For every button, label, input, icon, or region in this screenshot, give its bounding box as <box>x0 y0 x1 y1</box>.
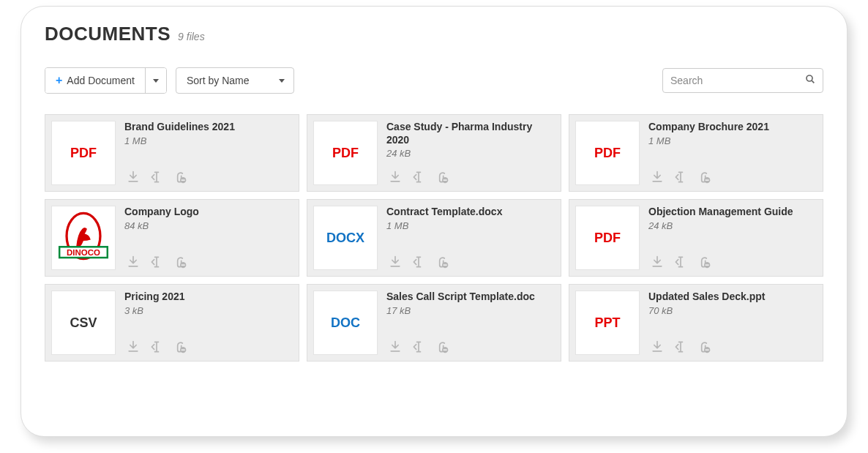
rename-icon <box>149 255 164 269</box>
download-button[interactable] <box>124 169 142 185</box>
document-title: Objection Management Guide <box>648 206 817 219</box>
document-actions <box>648 334 817 355</box>
document-title: Case Study - Pharma Industry 2020 <box>386 121 555 146</box>
svg-point-0 <box>807 75 812 81</box>
document-card[interactable]: DOCXContract Template.docx1 MB <box>307 199 561 277</box>
document-card[interactable]: Company Logo84 kB <box>45 199 299 277</box>
unattach-button[interactable] <box>171 169 189 185</box>
unattach-button[interactable] <box>171 254 189 270</box>
rename-icon <box>411 340 426 354</box>
document-card[interactable]: PDFCase Study - Pharma Industry 202024 k… <box>307 114 561 192</box>
add-document-label: Add Document <box>67 75 135 86</box>
document-card-body: Objection Management Guide24 kB <box>648 206 817 270</box>
document-title: Company Logo <box>124 206 293 219</box>
unattach-button[interactable] <box>695 169 713 185</box>
document-card[interactable]: DOCSales Call Script Template.doc17 kB <box>307 284 561 362</box>
filetype-badge: PDF <box>332 146 359 161</box>
rename-icon <box>149 170 164 184</box>
unattach-icon <box>173 255 187 269</box>
search-icon[interactable] <box>804 73 816 88</box>
unattach-icon <box>173 340 187 354</box>
unattach-button[interactable] <box>433 169 451 185</box>
document-size: 17 kB <box>386 305 555 316</box>
filetype-badge: PPT <box>594 315 620 331</box>
download-button[interactable] <box>648 169 666 185</box>
download-icon <box>650 170 665 184</box>
rename-button[interactable] <box>672 254 689 270</box>
document-card[interactable]: PDFBrand Guidelines 20211 MB <box>45 114 299 192</box>
document-actions <box>124 165 293 185</box>
download-button[interactable] <box>386 339 404 355</box>
document-title: Brand Guidelines 2021 <box>124 121 293 134</box>
rename-button[interactable] <box>672 339 689 355</box>
download-icon <box>388 255 403 269</box>
download-icon <box>126 340 141 354</box>
document-card[interactable]: PDFObjection Management Guide24 kB <box>569 199 823 277</box>
rename-button[interactable] <box>148 339 165 355</box>
add-document-button[interactable]: + Add Document <box>45 68 145 93</box>
rename-button[interactable] <box>148 254 165 270</box>
document-actions <box>648 165 817 185</box>
rename-icon <box>149 340 164 354</box>
unattach-button[interactable] <box>171 339 189 355</box>
download-button[interactable] <box>386 254 404 270</box>
document-card-body: Case Study - Pharma Industry 202024 kB <box>386 121 555 185</box>
add-document-dropdown-button[interactable] <box>145 68 166 93</box>
download-button[interactable] <box>386 169 404 185</box>
rename-button[interactable] <box>672 169 689 185</box>
document-size: 24 kB <box>648 220 817 231</box>
rename-button[interactable] <box>410 254 427 270</box>
document-size: 1 MB <box>648 135 817 146</box>
document-actions <box>386 334 555 355</box>
panel-header: DOCUMENTS 9 files <box>45 23 823 45</box>
sort-dropdown[interactable]: Sort by Name <box>176 67 294 94</box>
document-card-body: Company Brochure 20211 MB <box>648 121 817 185</box>
unattach-icon <box>697 170 711 184</box>
document-actions <box>386 250 555 270</box>
document-title: Pricing 2021 <box>124 291 293 304</box>
document-title: Contract Template.docx <box>386 206 555 219</box>
download-button[interactable] <box>124 254 142 270</box>
filetype-badge: DOC <box>331 315 360 331</box>
search-input[interactable] <box>670 75 798 86</box>
rename-icon <box>411 255 426 269</box>
unattach-button[interactable] <box>433 254 451 270</box>
document-card-body: Pricing 20213 kB <box>124 291 293 355</box>
download-icon <box>126 170 141 184</box>
svg-line-1 <box>812 81 814 83</box>
download-button[interactable] <box>124 339 142 355</box>
document-card-body: Sales Call Script Template.doc17 kB <box>386 291 555 355</box>
unattach-button[interactable] <box>695 339 713 355</box>
document-thumbnail: PDF <box>575 206 640 270</box>
document-actions <box>124 250 293 270</box>
document-title: Updated Sales Deck.ppt <box>648 291 817 304</box>
document-card[interactable]: PDFCompany Brochure 20211 MB <box>569 114 823 192</box>
rename-button[interactable] <box>410 169 427 185</box>
document-card[interactable]: CSVPricing 20213 kB <box>45 284 299 362</box>
file-count: 9 files <box>178 31 205 42</box>
document-card[interactable]: PPTUpdated Sales Deck.ppt70 kB <box>569 284 823 362</box>
filetype-badge: PDF <box>594 231 621 246</box>
document-actions <box>124 334 293 355</box>
page-title: DOCUMENTS <box>45 23 171 45</box>
search-box <box>662 68 823 93</box>
document-size: 1 MB <box>124 135 293 146</box>
rename-button[interactable] <box>410 339 427 355</box>
document-size: 24 kB <box>386 148 555 159</box>
download-icon <box>650 255 665 269</box>
sort-label: Sort by Name <box>187 75 250 86</box>
document-thumbnail: DOCX <box>313 206 378 270</box>
rename-button[interactable] <box>148 169 165 185</box>
unattach-button[interactable] <box>695 254 713 270</box>
download-button[interactable] <box>648 254 666 270</box>
document-size: 84 kB <box>124 220 293 231</box>
document-thumbnail: PDF <box>575 121 640 185</box>
unattach-button[interactable] <box>433 339 451 355</box>
document-card-body: Company Logo84 kB <box>124 206 293 270</box>
document-actions <box>386 165 555 185</box>
document-size: 70 kB <box>648 305 817 316</box>
rename-icon <box>673 340 688 354</box>
filetype-badge: CSV <box>70 315 97 331</box>
download-button[interactable] <box>648 339 666 355</box>
document-thumbnail: DOC <box>313 291 378 355</box>
